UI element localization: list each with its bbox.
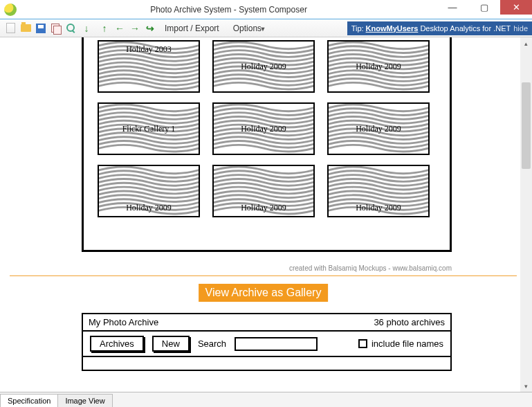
open-folder-icon[interactable] [20, 23, 31, 34]
tab-specification[interactable]: Specification [0, 394, 58, 407]
scroll-up-icon[interactable]: ▴ [520, 37, 532, 49]
window-title: Photo Archive System - System Composer [21, 5, 437, 15]
gallery-grid: Holiday 2003Holiday 2009Holiday 2009Flic… [98, 40, 440, 227]
gallery-card-label: Holiday 2009 [214, 62, 313, 72]
vertical-scrollbar[interactable]: ▴ ▾ [520, 37, 532, 392]
arrow-right-icon[interactable]: → [129, 23, 140, 34]
archive-body [83, 356, 450, 370]
tip-banner: Tip: KnowMyUsers Desktop Analytics for .… [347, 21, 532, 35]
options-menu[interactable]: Options ▼ [226, 24, 273, 33]
gallery-card-label: Holiday 2009 [214, 203, 313, 213]
copy-icon[interactable] [51, 23, 62, 34]
gallery-card[interactable]: Holiday 2009 [212, 40, 315, 93]
gallery-card[interactable]: Flickr Gallery 1 [98, 102, 200, 155]
redo-icon[interactable]: ↪ [145, 23, 156, 34]
gallery-card-label: Holiday 2009 [329, 203, 428, 213]
tip-hide-button[interactable]: hide [513, 24, 528, 33]
window-minimize-button[interactable]: — [437, 0, 468, 15]
tip-link[interactable]: KnowMyUsers [366, 24, 419, 33]
app-icon [4, 3, 17, 16]
gallery-card[interactable]: Holiday 2009 [327, 165, 430, 217]
new-file-icon[interactable] [5, 23, 16, 34]
new-button[interactable]: New [152, 336, 190, 352]
arrow-up-icon[interactable]: ↑ [99, 23, 110, 34]
gallery-card-label: Holiday 2009 [214, 124, 313, 134]
gallery-card[interactable]: Holiday 2009 [327, 40, 430, 93]
import-export-menu[interactable]: Import / Export [158, 24, 226, 33]
arrow-left-icon[interactable]: ← [114, 23, 125, 34]
view-archive-gallery-heading: View Archive as Gallery [199, 284, 329, 302]
archive-mockup-frame: My Photo Archive 36 photo archives Archi… [82, 313, 452, 371]
include-filenames-label: include file names [372, 338, 443, 349]
archive-count: 36 photo archives [374, 317, 445, 327]
gallery-card[interactable]: Holiday 2009 [212, 102, 315, 155]
toolbar: ↓ ↑ ← → ↪ Import / Export Options ▼ Tip:… [0, 19, 532, 37]
gallery-card-label: Holiday 2009 [329, 124, 428, 134]
scroll-thumb[interactable] [522, 82, 531, 169]
gallery-card[interactable]: Holiday 2009 [212, 165, 315, 217]
gallery-card-label: Flickr Gallery 1 [99, 124, 199, 134]
arrow-down-icon[interactable]: ↓ [81, 23, 92, 34]
gallery-card-label: Holiday 2009 [99, 203, 199, 213]
tab-image-view[interactable]: Image View [57, 394, 112, 407]
search-icon[interactable] [66, 23, 77, 34]
gallery-card-label: Holiday 2003 [99, 44, 199, 55]
archive-title: My Photo Archive [89, 317, 158, 327]
gallery-mockup-frame: Holiday 2003Holiday 2009Holiday 2009Flic… [82, 37, 452, 252]
gallery-card[interactable]: Holiday 2009 [327, 102, 430, 155]
gallery-card[interactable]: Holiday 2009 [98, 165, 200, 217]
window-maximize-button[interactable]: ▢ [468, 0, 500, 15]
content-area: ▴ ▾ Holiday 2003Holiday 2009Holiday 2009… [0, 37, 532, 392]
section-divider [10, 275, 517, 276]
bottom-tab-bar: Specification Image View [0, 392, 532, 407]
save-icon[interactable] [35, 23, 46, 34]
window-close-button[interactable]: ✕ [500, 0, 532, 15]
include-filenames-checkbox[interactable] [358, 339, 367, 348]
chevron-down-icon: ▼ [259, 26, 266, 33]
archives-button[interactable]: Archives [90, 336, 144, 352]
search-input[interactable] [235, 337, 318, 351]
mockup-credit: created with Balsamiq Mockups - www.bals… [82, 264, 452, 272]
scroll-down-icon[interactable]: ▾ [520, 380, 532, 392]
search-label: Search [198, 338, 226, 349]
window-titlebar: Photo Archive System - System Composer —… [0, 0, 532, 19]
design-canvas: Holiday 2003Holiday 2009Holiday 2009Flic… [10, 37, 517, 392]
gallery-card-label: Holiday 2009 [329, 62, 428, 72]
gallery-card[interactable]: Holiday 2003 [98, 40, 200, 93]
